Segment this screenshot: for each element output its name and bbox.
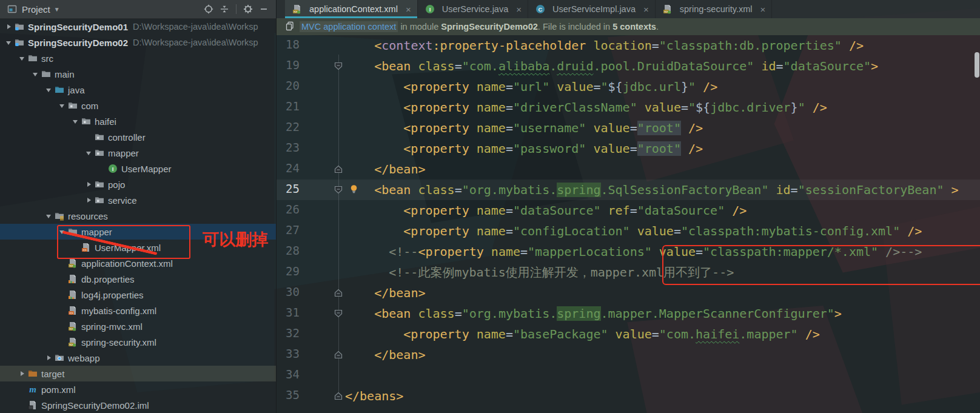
tree-item-src[interactable]: src — [0, 50, 276, 66]
line-number[interactable]: 24 — [286, 161, 300, 175]
chevron-expanded-icon[interactable] — [44, 211, 53, 221]
line-number[interactable]: 29 — [286, 264, 300, 278]
fold-region-start-icon[interactable] — [334, 62, 343, 73]
dropdown-arrow-icon[interactable]: ▼ — [54, 6, 60, 13]
code-line-24[interactable]: 24 </bean> — [277, 159, 980, 180]
line-number[interactable]: 34 — [286, 368, 300, 381]
tree-item-webapp[interactable]: webapp — [0, 350, 276, 366]
tree-item-db.properties[interactable]: db.properties — [0, 271, 276, 287]
intention-bulb-icon[interactable] — [349, 184, 358, 196]
tree-item-applicationContext.xml[interactable]: <>applicationContext.xml — [0, 255, 276, 271]
tab-close-icon[interactable]: × — [760, 4, 766, 15]
line-number[interactable]: 32 — [286, 326, 300, 340]
tree-item-mapper[interactable]: mapper — [0, 145, 276, 161]
tree-item-SpringSecurityDemo02[interactable]: SpringSecurityDemo02D:\Workspace-java\id… — [0, 35, 276, 50]
chevron-expanded-icon[interactable] — [57, 227, 67, 237]
line-number[interactable]: 22 — [286, 120, 300, 133]
chevron-expanded-icon[interactable] — [84, 148, 93, 158]
code-line-34[interactable]: 34 — [277, 365, 980, 386]
fold-region-end-icon[interactable] — [334, 351, 343, 361]
chevron-collapsed-icon[interactable] — [44, 353, 53, 363]
code-line-23[interactable]: 23 <property name="password" value="root… — [277, 138, 980, 159]
chevron-collapsed-icon[interactable] — [4, 22, 13, 32]
code-line-35[interactable]: 35</beans> — [277, 386, 980, 406]
fold-region-end-icon[interactable] — [334, 392, 343, 403]
tab-close-icon[interactable]: × — [516, 4, 522, 15]
line-number[interactable]: 18 — [286, 38, 300, 51]
tab-applicationContext.xml[interactable]: <>applicationContext.xml× — [285, 0, 418, 18]
code-line-18[interactable]: 18 <context:property-placeholder locatio… — [277, 35, 980, 56]
code-line-30[interactable]: 30 </bean> — [277, 283, 980, 303]
tab-close-icon[interactable]: × — [406, 4, 411, 15]
chevron-expanded-icon[interactable] — [30, 69, 40, 79]
project-panel-title[interactable]: Project — [22, 4, 50, 15]
tree-item-SpringSecurityDemo02.iml[interactable]: SpringSecurityDemo02.iml — [0, 397, 276, 413]
editor-scrollbar[interactable] — [975, 52, 979, 78]
tree-item-log4j.properties[interactable]: log4j.properties — [0, 287, 276, 303]
tree-item-SpringSecurityDemo01[interactable]: SpringSecurityDemo01D:\Workspace-java\id… — [0, 19, 276, 35]
tree-item-UserMapper[interactable]: IUserMapper — [0, 161, 276, 176]
tab-close-icon[interactable]: × — [643, 4, 649, 15]
chevron-collapsed-icon[interactable] — [84, 180, 93, 189]
tree-item-service[interactable]: service — [0, 192, 276, 208]
line-number[interactable]: 31 — [286, 306, 300, 319]
tree-item-pom.xml[interactable]: mpom.xml — [0, 381, 276, 397]
chevron-expanded-icon[interactable] — [57, 101, 67, 110]
tree-item-java[interactable]: java — [0, 82, 276, 98]
chevron-collapsed-icon[interactable] — [84, 195, 93, 205]
line-number[interactable]: 30 — [286, 285, 300, 298]
line-number[interactable]: 26 — [286, 203, 300, 216]
code-editor[interactable]: 18 <context:property-placeholder locatio… — [277, 35, 980, 413]
collapse-all-icon[interactable] — [218, 3, 230, 15]
gear-icon[interactable] — [242, 3, 254, 15]
tab-UserService.java[interactable]: IUserService.java× — [418, 0, 528, 18]
line-number[interactable]: 28 — [286, 244, 300, 257]
fold-region-start-icon[interactable] — [334, 186, 343, 196]
chevron-expanded-icon[interactable] — [17, 53, 27, 63]
line-number[interactable]: 25 — [286, 182, 300, 195]
tree-item-spring-mvc.xml[interactable]: <>spring-mvc.xml — [0, 318, 276, 334]
code-line-27[interactable]: 27 <property name="configLocation" value… — [277, 221, 980, 241]
chevron-expanded-icon[interactable] — [44, 85, 53, 95]
code-line-22[interactable]: 22 <property name="username" value="root… — [277, 118, 980, 138]
code-line-25[interactable]: 25 <bean class="org.mybatis.spring.SqlSe… — [277, 180, 980, 200]
code-line-28[interactable]: 28 <!--<property name="mapperLocations" … — [277, 241, 980, 262]
line-number[interactable]: 33 — [286, 347, 300, 360]
line-number[interactable]: 27 — [286, 223, 300, 237]
tree-item-mybatis-config.xml[interactable]: <>mybatis-config.xml — [0, 303, 276, 318]
fold-region-end-icon[interactable] — [334, 289, 343, 300]
tree-item-main[interactable]: main — [0, 66, 276, 82]
line-number[interactable]: 21 — [286, 99, 300, 113]
tree-item-haifei[interactable]: haifei — [0, 113, 276, 129]
fold-region-end-icon[interactable] — [334, 165, 343, 176]
tree-item-UserMapper.xml[interactable]: <>UserMapper.xml — [0, 240, 276, 255]
code-line-26[interactable]: 26 <property name="dataSource" ref="data… — [277, 200, 980, 221]
chevron-expanded-icon[interactable] — [4, 38, 13, 47]
tree-item-mapper[interactable]: mapper — [0, 224, 276, 240]
line-number[interactable]: 19 — [286, 58, 300, 72]
code-line-21[interactable]: 21 <property name="driverClassName" valu… — [277, 97, 980, 118]
line-number[interactable]: 23 — [286, 141, 300, 154]
tab-spring-security.xml[interactable]: <>spring-security.xml× — [656, 0, 773, 18]
hide-panel-icon[interactable] — [258, 3, 270, 15]
tree-item-pojo[interactable]: pojo — [0, 176, 276, 192]
code-line-29[interactable]: 29 <!--此案例mybatis使用注解开发，mapper.xml用不到了--… — [277, 262, 980, 283]
tree-item-controller[interactable]: controller — [0, 129, 276, 145]
code-line-32[interactable]: 32 <property name="basePackage" value="c… — [277, 324, 980, 344]
code-line-20[interactable]: 20 <property name="url" value="${jdbc.ur… — [277, 76, 980, 97]
tree-item-resources[interactable]: resources — [0, 208, 276, 224]
code-line-33[interactable]: 33 </bean> — [277, 344, 980, 365]
fold-region-start-icon[interactable] — [334, 309, 343, 320]
code-line-19[interactable]: 19 <bean class="com.alibaba.druid.pool.D… — [277, 56, 980, 76]
chevron-expanded-icon[interactable] — [70, 116, 80, 126]
notification-link[interactable]: MVC application context — [300, 21, 398, 32]
code-line-31[interactable]: 31 <bean class="org.mybatis.spring.mappe… — [277, 303, 980, 324]
line-number[interactable]: 20 — [286, 79, 300, 92]
tree-item-spring-security.xml[interactable]: <>spring-security.xml — [0, 334, 276, 350]
tab-UserServiceImpl.java[interactable]: CUserServiceImpl.java× — [528, 0, 656, 18]
tree-item-com[interactable]: com — [0, 98, 276, 113]
tree-item-target[interactable]: target — [0, 366, 276, 381]
chevron-collapsed-icon[interactable] — [17, 369, 27, 378]
locate-icon[interactable] — [203, 3, 215, 15]
line-number[interactable]: 35 — [286, 388, 300, 401]
